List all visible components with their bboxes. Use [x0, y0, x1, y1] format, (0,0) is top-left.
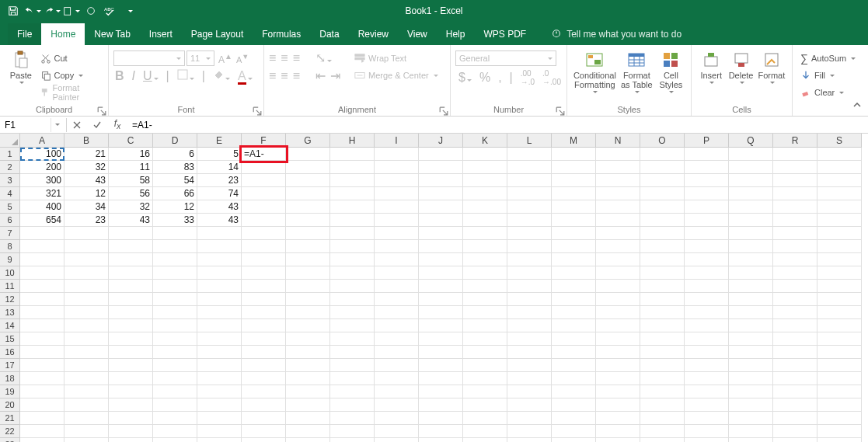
qat-new-button[interactable] — [63, 2, 80, 19]
cell-K22[interactable] — [463, 425, 507, 438]
cell-D14[interactable] — [153, 319, 197, 332]
cell-D8[interactable] — [153, 240, 197, 253]
cell-S14[interactable] — [817, 319, 862, 332]
cell-S4[interactable] — [817, 187, 862, 200]
cell-P6[interactable] — [685, 214, 729, 227]
cell-J12[interactable] — [419, 293, 463, 306]
undo-button[interactable] — [24, 2, 41, 19]
cell-E22[interactable] — [197, 425, 242, 438]
cell-A12[interactable] — [20, 293, 64, 306]
cell-M6[interactable] — [552, 214, 596, 227]
cell-S12[interactable] — [817, 293, 862, 306]
cell-D4[interactable]: 66 — [153, 187, 197, 200]
cell-D7[interactable] — [153, 227, 197, 240]
tab-newtab[interactable]: New Tab — [85, 23, 139, 45]
autosum-button[interactable]: ∑AutoSum — [797, 50, 859, 66]
cell-E14[interactable] — [197, 319, 242, 332]
cell-Q10[interactable] — [729, 266, 773, 280]
row-header-16[interactable]: 16 — [0, 346, 20, 359]
cell-L6[interactable] — [507, 214, 552, 227]
cell-C5[interactable]: 32 — [109, 200, 153, 214]
cell-R7[interactable] — [773, 227, 817, 240]
row-header-7[interactable]: 7 — [0, 227, 20, 240]
cell-M9[interactable] — [552, 253, 596, 266]
cell-H3[interactable] — [330, 174, 375, 187]
cell-M16[interactable] — [552, 346, 596, 359]
cell-G10[interactable] — [286, 266, 330, 280]
cell-H15[interactable] — [330, 332, 375, 346]
cell-F13[interactable] — [242, 306, 286, 319]
cell-L23[interactable] — [507, 438, 552, 442]
cell-styles-button[interactable]: Cell Styles — [656, 47, 686, 104]
decrease-decimal-button[interactable]: .0→.00 — [542, 69, 561, 86]
spelling-button[interactable]: ABC — [102, 2, 119, 19]
cell-N23[interactable] — [596, 438, 640, 442]
cell-L16[interactable] — [507, 346, 552, 359]
column-header-M[interactable]: M — [552, 134, 596, 148]
insert-cells-button[interactable]: Insert — [696, 47, 726, 104]
cell-G23[interactable] — [286, 438, 330, 442]
cell-F8[interactable] — [242, 240, 286, 253]
cell-O13[interactable] — [640, 306, 685, 319]
number-dialog-launcher[interactable] — [556, 105, 565, 114]
cell-K12[interactable] — [463, 293, 507, 306]
cell-S10[interactable] — [817, 266, 862, 280]
cell-O6[interactable] — [640, 214, 685, 227]
cell-B22[interactable] — [64, 425, 109, 438]
tell-me-search[interactable]: Tell me what you want to do — [551, 23, 682, 45]
cell-L14[interactable] — [507, 319, 552, 332]
column-header-E[interactable]: E — [197, 134, 242, 148]
cell-D19[interactable] — [153, 385, 197, 398]
cell-M10[interactable] — [552, 266, 596, 280]
row-header-23[interactable]: 23 — [0, 438, 20, 442]
cell-R5[interactable] — [773, 200, 817, 214]
clipboard-dialog-launcher[interactable] — [97, 105, 106, 114]
cell-E18[interactable] — [197, 372, 242, 385]
cell-B16[interactable] — [64, 346, 109, 359]
cell-B23[interactable] — [64, 438, 109, 442]
cell-M11[interactable] — [552, 280, 596, 293]
cell-P22[interactable] — [685, 425, 729, 438]
cell-B12[interactable] — [64, 293, 109, 306]
cell-S5[interactable] — [817, 200, 862, 214]
cell-F15[interactable] — [242, 332, 286, 346]
cell-Q6[interactable] — [729, 214, 773, 227]
cell-K17[interactable] — [463, 359, 507, 372]
cell-C4[interactable]: 56 — [109, 187, 153, 200]
cell-E19[interactable] — [197, 385, 242, 398]
cell-N4[interactable] — [596, 187, 640, 200]
cell-R20[interactable] — [773, 398, 817, 412]
cell-Q1[interactable] — [729, 148, 773, 161]
cell-J8[interactable] — [419, 240, 463, 253]
cell-G2[interactable] — [286, 161, 330, 174]
cell-F5[interactable] — [242, 200, 286, 214]
cell-M8[interactable] — [552, 240, 596, 253]
cell-B14[interactable] — [64, 319, 109, 332]
cell-I17[interactable] — [375, 359, 419, 372]
row-header-20[interactable]: 20 — [0, 398, 20, 412]
cell-F16[interactable] — [242, 346, 286, 359]
cell-R2[interactable] — [773, 161, 817, 174]
cell-E20[interactable] — [197, 398, 242, 412]
cell-S6[interactable] — [817, 214, 862, 227]
cell-P8[interactable] — [685, 240, 729, 253]
cell-M20[interactable] — [552, 398, 596, 412]
cell-H7[interactable] — [330, 227, 375, 240]
cell-A2[interactable]: 200 — [20, 161, 64, 174]
cell-G17[interactable] — [286, 359, 330, 372]
cell-Q14[interactable] — [729, 319, 773, 332]
cell-L2[interactable] — [507, 161, 552, 174]
column-header-Q[interactable]: Q — [729, 134, 773, 148]
cell-M1[interactable] — [552, 148, 596, 161]
cell-I9[interactable] — [375, 253, 419, 266]
increase-font-icon[interactable]: A▲ — [216, 52, 235, 65]
cell-D3[interactable]: 54 — [153, 174, 197, 187]
row-header-19[interactable]: 19 — [0, 385, 20, 398]
cell-R1[interactable] — [773, 148, 817, 161]
cell-G18[interactable] — [286, 372, 330, 385]
cell-F3[interactable] — [242, 174, 286, 187]
cell-I1[interactable] — [375, 148, 419, 161]
cell-P9[interactable] — [685, 253, 729, 266]
cell-G16[interactable] — [286, 346, 330, 359]
cell-H2[interactable] — [330, 161, 375, 174]
